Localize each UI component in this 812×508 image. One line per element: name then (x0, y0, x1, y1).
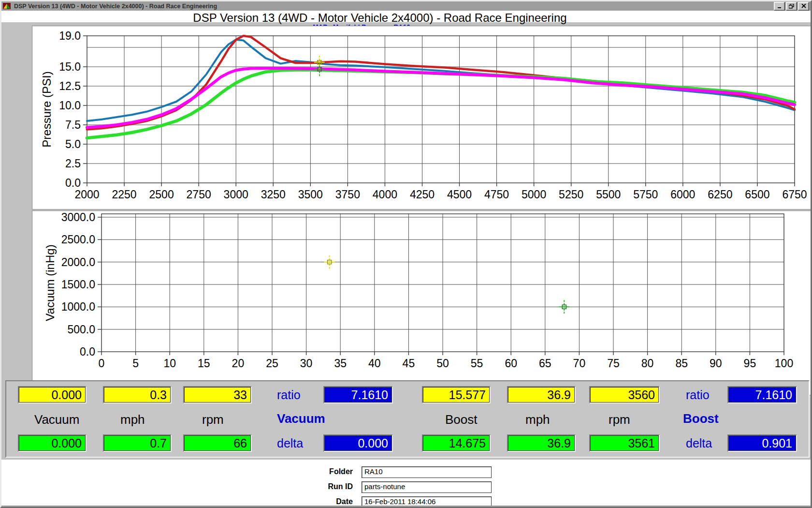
group-title-vacuum: Vacuum (277, 411, 325, 426)
field-input-run-id[interactable]: parts-notune (362, 481, 492, 493)
yellow-readout-boost-0: 15.577 (422, 386, 491, 403)
x-tick-label: 6750 (782, 188, 807, 201)
window-controls (773, 2, 809, 11)
y-tick-label: 1500.0 (61, 278, 95, 291)
x-tick-label: 10 (163, 357, 176, 370)
x-tick-label: 65 (539, 357, 551, 370)
yellow-readout-vacuum-1: 0.3 (103, 386, 172, 403)
group-title-boost: Boost (683, 411, 719, 426)
x-tick-label: 60 (505, 357, 517, 370)
x-tick-label: 5250 (559, 188, 583, 201)
x-tick-label: 2250 (112, 188, 136, 201)
y-axis-title: Vacuum (inHg) (44, 244, 57, 321)
x-tick-label: 2000 (74, 188, 99, 201)
green-readout-boost-0: 14.675 (422, 434, 491, 452)
x-tick-label: 5750 (633, 188, 658, 201)
y-tick-label: 2.5 (65, 157, 81, 170)
y-tick-label: 10.0 (59, 99, 81, 112)
y-tick-label: 1000.0 (61, 300, 95, 313)
x-tick-label: 3750 (335, 188, 360, 201)
restore-button[interactable] (786, 2, 797, 11)
plot-frame (87, 36, 795, 183)
x-tick-label: 5000 (522, 188, 546, 201)
app-icon (3, 2, 11, 10)
x-tick-label: 85 (675, 357, 688, 370)
x-tick-label: 5 (132, 357, 139, 370)
application-window: DSP Version 13 (4WD - Motor Vehicle 2x40… (0, 0, 812, 508)
green-readout-boost-2: 3561 (589, 434, 660, 452)
x-tick-label: 55 (471, 357, 483, 370)
title-bar[interactable]: DSP Version 13 (4WD - Motor Vehicle 2x40… (1, 1, 811, 11)
close-icon (801, 4, 806, 8)
x-tick-label: 0 (99, 357, 105, 370)
pressure-chart-curve-run-blue (87, 40, 795, 121)
field-label-folder: Folder (329, 467, 353, 476)
pressure-chart-panel[interactable]: 2000225025002750300032503500375040004250… (32, 26, 812, 209)
x-tick-label: 6250 (708, 188, 732, 201)
ratio-word: ratio (277, 388, 301, 402)
pressure-chart-curve-run-red (87, 36, 795, 130)
y-tick-label: 19.0 (59, 30, 81, 42)
y-tick-label: 5.0 (65, 138, 81, 150)
close-button[interactable] (798, 2, 809, 11)
pressure-chart-svg: 2000225025002750300032503500375040004250… (32, 26, 811, 209)
column-label: Vacuum (34, 412, 79, 427)
minimize-button[interactable] (774, 2, 785, 11)
x-tick-label: 15 (198, 357, 210, 370)
footer-band: ROADRACE E N G I N E E R I N G FolderRA1… (1, 460, 811, 506)
ratio-value-boost: 7.1610 (727, 386, 797, 403)
x-tick-label: 50 (436, 357, 449, 370)
x-tick-label: 5500 (596, 188, 621, 201)
x-tick-label: 70 (573, 357, 586, 370)
readout-panel: 0.0000.3330.0000.766Vacuummphrpmratiodel… (5, 380, 810, 458)
y-tick-label: 15.0 (59, 60, 81, 73)
x-tick-label: 2750 (187, 188, 211, 201)
column-label: rpm (202, 412, 224, 427)
x-tick-label: 4500 (447, 188, 472, 201)
green-readout-vacuum-0: 0.000 (18, 434, 87, 452)
x-tick-label: 80 (641, 357, 654, 370)
delta-word: delta (277, 436, 303, 450)
x-tick-label: 25 (266, 357, 278, 370)
field-input-folder[interactable]: RA10 (362, 466, 492, 478)
page-title: DSP Version 13 (4WD - Motor Vehicle 2x40… (1, 11, 758, 25)
y-axis-title: Pressure (PSI) (40, 71, 53, 147)
x-tick-label: 100 (775, 357, 793, 370)
green-readout-vacuum-2: 66 (183, 434, 252, 452)
y-tick-label: 0.0 (80, 345, 95, 358)
field-label-date: Date (336, 497, 353, 506)
green-readout-vacuum-1: 0.7 (103, 434, 172, 452)
yellow-readout-vacuum-2: 33 (183, 386, 252, 403)
column-label: rpm (609, 412, 630, 427)
y-tick-label: 500.0 (67, 323, 95, 336)
minimize-icon (777, 4, 782, 8)
x-tick-label: 95 (744, 357, 756, 370)
x-tick-label: 6500 (745, 188, 769, 201)
column-label: mph (120, 412, 145, 427)
y-tick-label: 3000.0 (61, 211, 95, 224)
x-tick-label: 2500 (149, 188, 174, 201)
window-title: DSP Version 13 (4WD - Motor Vehicle 2x40… (14, 3, 217, 10)
yellow-readout-vacuum-0: 0.000 (18, 386, 87, 403)
x-tick-label: 3500 (298, 188, 323, 201)
x-tick-label: 35 (334, 357, 347, 370)
field-label-run-id: Run ID (328, 482, 353, 491)
y-tick-label: 12.5 (59, 80, 81, 92)
window-bottom-edge (1, 506, 811, 508)
vacuum-chart-svg: 0510152025303540455055606570758085909510… (32, 211, 811, 395)
x-tick-label: 20 (232, 357, 245, 370)
y-tick-label: 2500.0 (61, 233, 95, 246)
column-label: Boost (445, 412, 478, 427)
y-tick-label: 0.0 (65, 177, 81, 189)
x-tick-label: 3250 (261, 188, 286, 201)
pressure-chart-curve-run-green (87, 70, 795, 138)
x-tick-label: 75 (607, 357, 620, 370)
ratio-value-vacuum: 7.1610 (323, 386, 393, 403)
x-tick-label: 45 (403, 357, 415, 370)
x-tick-label: 4750 (484, 188, 509, 201)
x-tick-label: 4000 (373, 188, 397, 201)
yellow-readout-boost-2: 3560 (589, 386, 660, 403)
delta-word: delta (686, 436, 712, 450)
vacuum-chart-panel[interactable]: 0510152025303540455055606570758085909510… (32, 210, 812, 395)
pressure-chart-curve-run-magenta (87, 68, 795, 127)
